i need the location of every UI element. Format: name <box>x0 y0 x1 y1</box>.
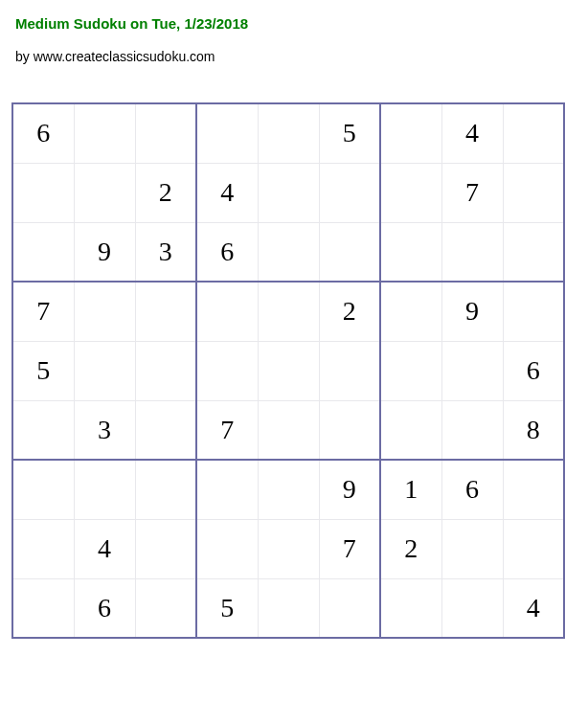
sudoku-cell[interactable] <box>441 400 503 460</box>
sudoku-cell[interactable]: 4 <box>74 519 135 578</box>
sudoku-cell[interactable] <box>258 222 319 282</box>
sudoku-cell[interactable]: 2 <box>380 519 441 578</box>
sudoku-cell[interactable] <box>319 341 380 400</box>
sudoku-cell[interactable]: 5 <box>319 103 380 163</box>
sudoku-cell[interactable] <box>319 400 380 460</box>
sudoku-cell[interactable] <box>503 519 564 578</box>
sudoku-cell[interactable]: 2 <box>135 163 196 222</box>
sudoku-cell[interactable] <box>12 460 74 519</box>
sudoku-cell[interactable] <box>319 578 380 638</box>
page-title: Medium Sudoku on Tue, 1/23/2018 <box>15 15 573 32</box>
sudoku-cell[interactable]: 1 <box>380 460 441 519</box>
sudoku-cell[interactable]: 3 <box>135 222 196 282</box>
sudoku-cell[interactable] <box>74 282 135 341</box>
sudoku-cell[interactable] <box>258 400 319 460</box>
sudoku-cell[interactable] <box>135 578 196 638</box>
sudoku-cell[interactable] <box>380 103 441 163</box>
byline: by www.createclassicsudoku.com <box>15 49 573 64</box>
sudoku-cell[interactable] <box>258 103 319 163</box>
sudoku-cell[interactable] <box>258 519 319 578</box>
sudoku-cell[interactable] <box>380 341 441 400</box>
sudoku-cell[interactable]: 6 <box>196 222 258 282</box>
sudoku-cell[interactable] <box>380 282 441 341</box>
sudoku-cell[interactable] <box>503 163 564 222</box>
sudoku-cell[interactable] <box>380 222 441 282</box>
sudoku-cell[interactable] <box>258 341 319 400</box>
sudoku-cell[interactable] <box>12 222 74 282</box>
sudoku-grid: 65424793672956378916472654 <box>11 102 565 639</box>
sudoku-cell[interactable] <box>74 341 135 400</box>
sudoku-cell[interactable]: 4 <box>441 103 503 163</box>
sudoku-cell[interactable] <box>196 103 258 163</box>
sudoku-cell[interactable] <box>196 460 258 519</box>
sudoku-cell[interactable] <box>12 578 74 638</box>
sudoku-cell[interactable] <box>319 163 380 222</box>
sudoku-cell[interactable] <box>441 578 503 638</box>
sudoku-cell[interactable]: 4 <box>196 163 258 222</box>
sudoku-cell[interactable]: 4 <box>503 578 564 638</box>
sudoku-cell[interactable] <box>258 163 319 222</box>
sudoku-cell[interactable] <box>441 222 503 282</box>
sudoku-cell[interactable] <box>258 282 319 341</box>
sudoku-cell[interactable] <box>258 460 319 519</box>
sudoku-cell[interactable] <box>135 341 196 400</box>
sudoku-cell[interactable]: 7 <box>441 163 503 222</box>
sudoku-cell[interactable]: 2 <box>319 282 380 341</box>
sudoku-cell[interactable] <box>319 222 380 282</box>
sudoku-cell[interactable]: 6 <box>12 103 74 163</box>
sudoku-cell[interactable]: 6 <box>441 460 503 519</box>
sudoku-cell[interactable]: 6 <box>503 341 564 400</box>
sudoku-cell[interactable]: 7 <box>196 400 258 460</box>
sudoku-cell[interactable] <box>135 282 196 341</box>
sudoku-cell[interactable] <box>12 400 74 460</box>
sudoku-cell[interactable]: 8 <box>503 400 564 460</box>
sudoku-cell[interactable]: 9 <box>319 460 380 519</box>
sudoku-cell[interactable]: 3 <box>74 400 135 460</box>
sudoku-cell[interactable] <box>74 103 135 163</box>
sudoku-cell[interactable] <box>74 460 135 519</box>
sudoku-cell[interactable] <box>441 519 503 578</box>
sudoku-cell[interactable] <box>380 163 441 222</box>
sudoku-cell[interactable]: 7 <box>319 519 380 578</box>
sudoku-cell[interactable] <box>503 282 564 341</box>
sudoku-cell[interactable] <box>74 163 135 222</box>
sudoku-cell[interactable] <box>135 519 196 578</box>
sudoku-cell[interactable]: 7 <box>12 282 74 341</box>
sudoku-cell[interactable] <box>12 163 74 222</box>
sudoku-cell[interactable]: 9 <box>441 282 503 341</box>
sudoku-cell[interactable]: 5 <box>196 578 258 638</box>
sudoku-cell[interactable] <box>380 400 441 460</box>
sudoku-cell[interactable] <box>380 578 441 638</box>
sudoku-cell[interactable] <box>196 282 258 341</box>
sudoku-cell[interactable] <box>135 400 196 460</box>
sudoku-cell[interactable] <box>258 578 319 638</box>
sudoku-cell[interactable] <box>135 103 196 163</box>
sudoku-cell[interactable] <box>441 341 503 400</box>
sudoku-cell[interactable] <box>196 341 258 400</box>
sudoku-cell[interactable] <box>12 519 74 578</box>
sudoku-cell[interactable] <box>135 460 196 519</box>
sudoku-cell[interactable] <box>503 460 564 519</box>
sudoku-cell[interactable]: 5 <box>12 341 74 400</box>
sudoku-cell[interactable]: 9 <box>74 222 135 282</box>
sudoku-cell[interactable] <box>196 519 258 578</box>
sudoku-cell[interactable] <box>503 103 564 163</box>
sudoku-cell[interactable] <box>503 222 564 282</box>
sudoku-cell[interactable]: 6 <box>74 578 135 638</box>
